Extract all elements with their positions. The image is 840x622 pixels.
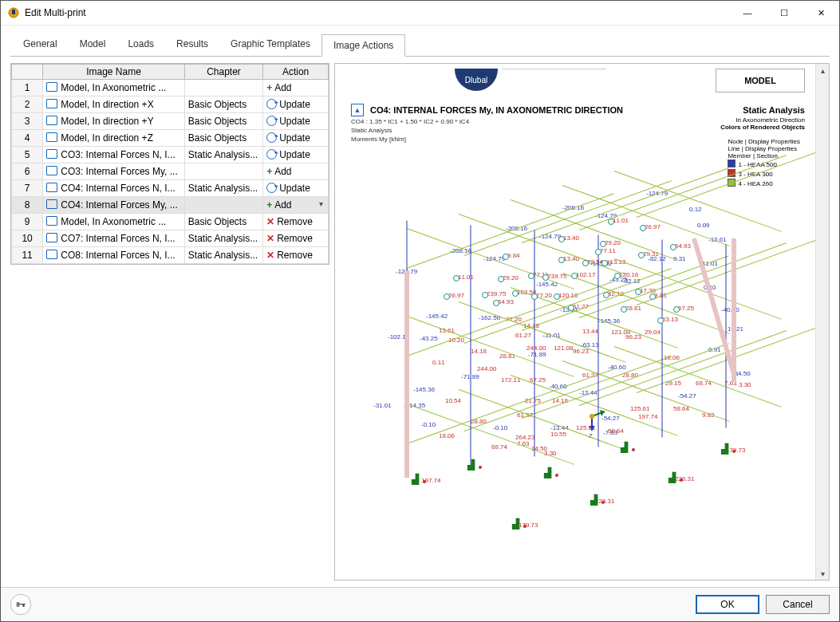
table-row[interactable]: 8CO4: Internal Forces My, ...+Add▾ bbox=[12, 197, 329, 214]
image-icon bbox=[46, 116, 57, 125]
value-label: -82.12 bbox=[622, 278, 641, 285]
titlebar: Edit Multi-print — ☐ ✕ bbox=[1, 1, 839, 26]
close-button[interactable]: ✕ bbox=[803, 1, 839, 25]
value-label: 29.20 bbox=[503, 274, 519, 281]
value-label: 0.11 bbox=[432, 359, 445, 366]
help-icon[interactable]: 🗝 bbox=[10, 594, 31, 615]
value-label: -71.89 bbox=[528, 351, 546, 358]
cancel-button[interactable]: Cancel bbox=[766, 595, 830, 614]
ok-button[interactable]: OK bbox=[696, 595, 759, 614]
value-label: 125.61 bbox=[630, 405, 649, 412]
image-icon bbox=[46, 166, 57, 175]
tab-image-actions[interactable]: Image Actions bbox=[321, 34, 405, 57]
table-row[interactable]: 6CO3: Internal Forces My, ...+Add bbox=[12, 163, 329, 180]
scroll-up-icon[interactable]: ▴ bbox=[816, 64, 829, 77]
analysis-type: Static Analysis bbox=[743, 105, 805, 115]
dialog-footer: 🗝 OK Cancel bbox=[1, 587, 839, 621]
value-label: -145.36 bbox=[413, 386, 435, 393]
value-label: 26.97 bbox=[645, 223, 661, 230]
value-label: -43.25 bbox=[420, 335, 438, 342]
support-icon: ▟ bbox=[544, 467, 551, 478]
table-row[interactable]: 3Model, In direction +YBasic ObjectsUpda… bbox=[12, 113, 329, 130]
value-label: 67.25 bbox=[678, 305, 694, 312]
window-title: Edit Multi-print bbox=[25, 7, 729, 18]
tab-model[interactable]: Model bbox=[69, 33, 117, 56]
sub1: Static Analysis bbox=[351, 127, 469, 134]
value-label: 9.84 bbox=[507, 252, 520, 259]
value-label: 64.93 bbox=[498, 298, 514, 305]
table-row[interactable]: 11CO8: Internal Forces N, I...Static Ana… bbox=[12, 247, 329, 264]
value-label: 244.00 bbox=[477, 365, 496, 372]
value-label: 63.13 bbox=[662, 316, 678, 323]
tab-loads[interactable]: Loads bbox=[116, 33, 165, 56]
add-icon: + bbox=[266, 82, 272, 93]
update-icon bbox=[266, 183, 277, 193]
value-label: 121.08 bbox=[554, 344, 573, 352]
table-row[interactable]: 9Model, In Axonometric ...Basic Objects✕… bbox=[12, 214, 329, 230]
value-label: 18.06 bbox=[439, 432, 455, 439]
scroll-down-icon[interactable]: ▾ bbox=[816, 567, 829, 580]
value-label: 10.54 bbox=[445, 397, 461, 404]
tab-results[interactable]: Results bbox=[165, 33, 219, 56]
maximize-button[interactable]: ☐ bbox=[766, 1, 803, 25]
update-icon bbox=[266, 132, 277, 143]
value-label: -31.01 bbox=[373, 402, 392, 409]
image-actions-table[interactable]: Image Name Chapter Action 1Model, In Axo… bbox=[10, 63, 329, 265]
value-label: 239.75 bbox=[487, 290, 506, 297]
value-label: 13.40 bbox=[563, 234, 579, 242]
add-icon: + bbox=[266, 199, 272, 211]
model-box: MODEL bbox=[716, 69, 805, 93]
brand-logo: Dlubal bbox=[455, 69, 498, 91]
value-label: 125.61 bbox=[576, 424, 595, 431]
image-icon bbox=[46, 183, 57, 192]
table-row[interactable]: 4Model, In direction +ZBasic ObjectsUpda… bbox=[12, 130, 329, 147]
value-label: 64.93 bbox=[675, 242, 691, 250]
sub2: Moments My [kNm] bbox=[351, 136, 469, 143]
image-icon bbox=[46, 233, 57, 242]
image-icon bbox=[46, 132, 57, 142]
image-icon bbox=[46, 82, 57, 92]
value-label: 28.81 bbox=[625, 305, 641, 312]
image-icon bbox=[46, 199, 57, 209]
value-label: 29.04 bbox=[645, 329, 661, 336]
value-label: 244.00 bbox=[526, 344, 546, 352]
colors-text: Colors of Rendered Objects bbox=[720, 124, 805, 131]
chevron-down-icon[interactable]: ▾ bbox=[319, 199, 325, 208]
preview-scrollbar[interactable]: ▴ ▾ bbox=[815, 64, 829, 580]
value-label: 179.73 bbox=[726, 447, 745, 454]
tab-general[interactable]: General bbox=[12, 33, 69, 56]
tab-graphic-templates[interactable]: Graphic Templates bbox=[219, 33, 321, 56]
value-label: 11.01 bbox=[613, 217, 629, 224]
table-row[interactable]: 2Model, In direction +XBasic ObjectsUpda… bbox=[12, 96, 329, 113]
table-row[interactable]: 7CO4: Internal Forces N, I...Static Anal… bbox=[12, 180, 329, 197]
table-row[interactable]: 10CO7: Internal Forces N, I...Static Ana… bbox=[12, 230, 329, 247]
value-label: 68.74 bbox=[491, 443, 507, 451]
value-label: -0.10 bbox=[493, 424, 507, 431]
value-label: 197.74 bbox=[638, 413, 657, 420]
col-action[interactable]: Action bbox=[263, 65, 329, 80]
support-icon: ▟ bbox=[721, 443, 728, 455]
print-preview: Dlubal MODEL ▲ CO4: INTERNAL FORCES My, … bbox=[334, 63, 830, 581]
value-label: 264.23 bbox=[515, 434, 534, 441]
table-row[interactable]: 5CO3: Internal Forces N, I...Static Anal… bbox=[12, 147, 329, 163]
image-icon bbox=[46, 216, 57, 226]
tab-strip: GeneralModelLoadsResultsGraphic Template… bbox=[1, 26, 839, 56]
image-icon bbox=[46, 250, 57, 259]
minimize-button[interactable]: — bbox=[729, 1, 766, 25]
support-icon: ▟ bbox=[621, 442, 628, 453]
collapse-icon[interactable]: ▲ bbox=[351, 104, 364, 116]
value-label: 29.20 bbox=[605, 239, 621, 246]
svg-point-6 bbox=[590, 414, 594, 419]
table-row[interactable]: 1Model, In Axonometric ...+Add bbox=[12, 80, 329, 96]
value-label: 77.11 bbox=[600, 247, 616, 254]
value-label: 179.73 bbox=[519, 522, 538, 529]
col-rownum bbox=[12, 65, 43, 80]
value-label: 61.27 bbox=[515, 332, 531, 339]
col-image-name[interactable]: Image Name bbox=[43, 65, 185, 80]
value-label: -145.42 bbox=[426, 313, 448, 320]
remove-icon: ✕ bbox=[266, 250, 274, 261]
svg-rect-1 bbox=[12, 10, 15, 14]
col-chapter[interactable]: Chapter bbox=[184, 65, 262, 80]
support-icon: ▟ bbox=[590, 494, 597, 506]
update-icon bbox=[266, 116, 277, 126]
